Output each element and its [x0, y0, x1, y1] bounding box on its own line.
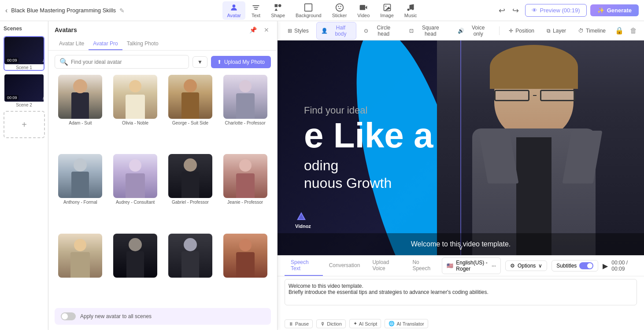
ai-translator-tool[interactable]: 🌐 AI Translator — [385, 319, 428, 328]
tab-conversation[interactable]: Conversation — [323, 259, 366, 273]
tab-no-speech[interactable]: No Speech — [406, 256, 442, 276]
tab-avatar-lite[interactable]: Avatar Lite — [55, 38, 89, 50]
apply-all-toggle[interactable] — [61, 312, 76, 320]
top-bar-right: ↩ ↪ 👁 Preview (00:19) ✨ Generate — [425, 4, 639, 17]
avatar-charlotte[interactable]: Charlotte - Professor — [219, 75, 271, 150]
tool-avatar[interactable]: Avatar — [222, 1, 245, 20]
options-button[interactable]: ⚙ Options ∨ — [505, 260, 547, 271]
toolbar-circle-head[interactable]: ⊙ Circle head — [359, 22, 401, 40]
avatar-r4-img — [223, 234, 267, 278]
delete-button[interactable]: 🗑 — [628, 25, 639, 37]
tool-bar: Avatar Text Shape Background Sticker Vid… — [222, 1, 421, 20]
avatar-r2[interactable] — [110, 234, 161, 303]
add-scene-button[interactable]: + — [4, 111, 45, 138]
scene-1-label: Scene 1 — [4, 65, 44, 70]
tool-video[interactable]: Video — [353, 1, 374, 20]
undo-button[interactable]: ↩ — [496, 4, 508, 17]
avatar-audrey[interactable]: Audrey - Consultant — [110, 154, 161, 230]
pin-button[interactable]: 📌 — [248, 26, 259, 34]
generate-button[interactable]: ✨ Generate — [590, 4, 639, 16]
position-icon: ✛ — [509, 28, 513, 34]
avatar-adam[interactable]: Adam - Suit — [55, 75, 106, 150]
tool-text[interactable]: Text — [247, 1, 265, 20]
toolbar-voice-only[interactable]: 🔊 Voice only — [453, 22, 495, 40]
avatar-olivia-label: Olivia - Noble — [122, 121, 148, 125]
circle-head-icon: ⊙ — [364, 28, 368, 34]
upload-photo-button[interactable]: ⬆ Upload My Photo — [211, 56, 271, 68]
tool-music[interactable]: Music — [400, 1, 422, 20]
tab-speech-text[interactable]: Speech Text — [285, 256, 323, 276]
tab-upload-voice[interactable]: Upload Voice — [366, 256, 406, 276]
avatar-r2-img — [113, 234, 157, 278]
avatar-tabs: Avatar Lite Avatar Pro Talking Photo — [48, 34, 277, 51]
subtitles-toggle[interactable] — [579, 262, 593, 269]
avatar-olivia[interactable]: Olivia - Noble — [110, 75, 161, 150]
avatar-r3[interactable] — [165, 234, 216, 303]
main-content: Scenes ♪ 00:09 Scene 1 ♪ 00:09 Scene 2 +… — [0, 21, 644, 330]
tab-avatar-pro[interactable]: Avatar Pro — [89, 38, 122, 50]
scene-1-thumb[interactable]: ♪ 00:09 Scene 1 — [4, 36, 44, 71]
toolbar-position[interactable]: ✛ Position — [504, 25, 539, 37]
language-selector[interactable]: 🇺🇸 English(US) - Roger ··· — [442, 257, 501, 274]
canvas-background: Find your ideal e Like a Pro oding nuous… — [278, 40, 644, 255]
avatar-panel: Avatars 📌 ✕ Avatar Lite Avatar Pro Talki… — [48, 21, 278, 330]
apply-all-label: Apply new avatar to all scenes — [80, 313, 152, 319]
options-chevron: ∨ — [538, 263, 542, 269]
avatar-r4[interactable] — [219, 234, 271, 303]
toolbar-timeline[interactable]: ⏱ Timeline — [574, 25, 611, 37]
svg-marker-9 — [365, 5, 367, 9]
editor-area: ⊞ Styles 👤 Half body ⊙ Circle head ⊡ Squ… — [278, 21, 644, 330]
tool-image[interactable]: Image — [376, 1, 398, 20]
avatar-jeanie-img — [223, 154, 267, 198]
time-display: 00:00 / 00:09 — [611, 260, 633, 272]
avatar-gabriel[interactable]: Gabriel - Professor — [165, 154, 216, 230]
pause-tool[interactable]: ⏸ Pause — [285, 319, 313, 328]
tool-background[interactable]: Background — [291, 1, 326, 20]
preview-button[interactable]: 👁 Preview (00:19) — [525, 4, 587, 17]
play-button[interactable]: ▶ — [603, 262, 608, 270]
canvas-expand-button[interactable]: ∨ — [458, 243, 463, 252]
avatar-anthony[interactable]: Anthony - Formal — [55, 154, 106, 230]
speech-textarea[interactable] — [285, 279, 637, 305]
avatar-anthony-img — [58, 154, 102, 198]
toolbar-square-head[interactable]: ⊡ Square head — [404, 22, 450, 40]
svg-rect-8 — [360, 5, 366, 10]
tab-talking-photo[interactable]: Talking Photo — [122, 38, 163, 50]
ai-script-tool[interactable]: ✦ AI Script — [349, 319, 381, 328]
lock-button[interactable]: 🔒 — [613, 25, 625, 37]
avatar-hair — [490, 45, 578, 89]
subtitles-control: Subtitles — [551, 260, 598, 271]
svg-rect-4 — [305, 4, 312, 11]
avatar-george[interactable]: George - Suit Side — [165, 75, 216, 150]
toolbar-layer[interactable]: ⧉ Layer — [542, 25, 571, 37]
svg-point-5 — [336, 4, 343, 11]
close-panel-button[interactable]: ✕ — [262, 26, 271, 34]
back-button[interactable]: ‹ — [5, 7, 7, 15]
tool-shape[interactable]: Shape — [266, 1, 289, 20]
lang-more-icon: ··· — [492, 263, 496, 269]
avatar-charlotte-img — [223, 75, 267, 119]
edit-title-icon[interactable]: ✎ — [119, 7, 125, 14]
svg-point-0 — [233, 4, 236, 7]
avatar-search-input[interactable] — [71, 59, 184, 65]
tool-sticker[interactable]: Sticker — [328, 1, 352, 20]
toolbar-half-body[interactable]: 👤 Half body — [316, 22, 357, 40]
avatar-charlotte-label: Charlotte - Professor — [225, 121, 265, 125]
timeline-icon: ⏱ — [578, 28, 584, 34]
scene-2-thumb[interactable]: ♪ 00:09 Scene 2 — [4, 73, 44, 108]
canvas-logo-text: Vidnoz — [295, 224, 311, 229]
toolbar-styles[interactable]: ⊞ Styles — [283, 25, 314, 37]
diction-tool[interactable]: 🎙 Diction — [316, 319, 346, 328]
avatar-olivia-img — [113, 75, 157, 119]
avatar-r1[interactable] — [55, 234, 106, 303]
scene-2-preview: ♪ 00:09 — [4, 74, 44, 102]
generate-icon: ✨ — [597, 7, 604, 14]
filter-button[interactable]: ▼ — [192, 56, 207, 68]
options-icon: ⚙ — [510, 263, 515, 269]
avatar-george-label: George - Suit Side — [172, 121, 208, 125]
avatar-jeanie[interactable]: Jeanie - Professor — [219, 154, 271, 230]
search-icon: 🔍 — [59, 58, 68, 66]
avatar-r1-img — [58, 234, 102, 278]
redo-button[interactable]: ↪ — [510, 4, 522, 17]
avatar-search-box[interactable]: 🔍 — [55, 55, 189, 69]
